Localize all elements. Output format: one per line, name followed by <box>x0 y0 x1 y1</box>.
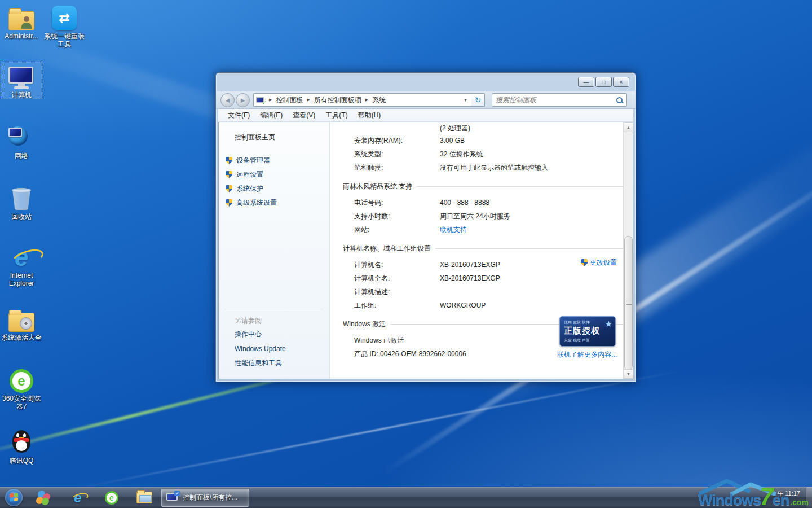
menu-tools[interactable]: 工具(T) <box>320 110 352 121</box>
menu-bar: 文件(F) 编辑(E) 查看(V) 工具(T) 帮助(H) <box>218 109 633 122</box>
minimize-button[interactable]: — <box>578 77 594 87</box>
system-window-icon <box>166 493 179 503</box>
website-label: 网站: <box>354 225 440 235</box>
see-also-group: 另请参阅 操作中心 Windows Update 性能信息和工具 <box>224 309 324 371</box>
section-divider <box>435 248 625 249</box>
close-button[interactable]: × <box>613 77 629 87</box>
sidebar-item-performance-tools[interactable]: 性能信息和工具 <box>226 356 324 371</box>
address-dropdown-icon[interactable]: ▼ <box>462 98 469 102</box>
refresh-button[interactable]: ↻ <box>471 93 485 107</box>
system-type-label: 系统类型: <box>354 150 440 159</box>
system-type-value: 32 位操作系统 <box>440 150 625 159</box>
breadcrumb-system[interactable]: 系统 <box>372 95 386 105</box>
desktop-icon-360-browser[interactable]: e 360安全浏览器7 <box>1 366 42 410</box>
learn-more-link[interactable]: 联机了解更多内容... <box>557 350 617 360</box>
menu-view[interactable]: 查看(V) <box>288 110 320 121</box>
windows-flag-icon <box>10 493 18 501</box>
hours-label: 支持小时数: <box>354 212 440 221</box>
workgroup-value: WORKGROUP <box>440 301 625 309</box>
workgroup-label: 工作组: <box>354 301 440 310</box>
sidebar-item-control-panel-home[interactable]: 控制面板主页 <box>219 132 329 143</box>
hours-value: 周日至周六 24小时服务 <box>440 212 625 221</box>
task-label: 控制面板\所有控... <box>183 493 237 502</box>
desktop-icon-activation-folder[interactable]: 系统激活大全 <box>1 305 42 341</box>
computer-name-section: 计算机名称、域和工作组设置 计算机名: XB-20160713EXGP 更改设置… <box>354 243 625 312</box>
sidebar-item-advanced-settings[interactable]: 高级系统设置 <box>219 196 329 210</box>
back-button[interactable]: ◀ <box>220 93 235 107</box>
breadcrumb-control-panel[interactable]: 控制面板 <box>276 95 303 105</box>
online-support-link[interactable]: 联机支持 <box>440 225 625 235</box>
desktop-icon-qq[interactable]: 腾讯QQ <box>1 428 42 465</box>
search-input[interactable] <box>496 96 616 104</box>
sidebar-item-system-protection[interactable]: 系统保护 <box>219 182 329 196</box>
wallpaper-light-streak <box>73 370 682 490</box>
phone-value: 400 - 888 - 8888 <box>440 199 625 207</box>
system-info-pane: (2 处理器) 安装内存(RAM): 3.00 GB 系统类型: 32 位操作系… <box>330 122 633 379</box>
sidebar-item-label: 远程设置 <box>236 170 263 179</box>
show-desktop-button[interactable] <box>806 487 812 508</box>
desktop: Administr... ⇄ 系统一键重装工具 计算机 网络 回收站 e Int… <box>0 0 812 508</box>
support-section: 雨林木风精品系统 支持 电话号码: 400 - 888 - 8888 支持小时数… <box>354 181 625 237</box>
sidebar-item-windows-update[interactable]: Windows Update <box>226 342 324 356</box>
genuine-star-icon: ★ <box>605 319 612 329</box>
menu-file[interactable]: 文件(F) <box>223 110 255 121</box>
badge-bottom-text: 安全 稳定 声誉 <box>564 338 611 343</box>
sidebar-item-action-center[interactable]: 操作中心 <box>226 327 324 342</box>
computer-section-title: 计算机名称、域和工作组设置 <box>343 244 431 253</box>
sidebar-item-device-manager[interactable]: 设备管理器 <box>219 154 329 168</box>
menu-edit[interactable]: 编辑(E) <box>255 110 288 121</box>
system-window: — □ × ◀ ▶ ▶ 控制面板 ▶ 所有控制面板项 ▶ 系统 ▼ ↻ <box>215 72 636 382</box>
badge-top-text: 使用 微软 软件 <box>564 319 611 325</box>
navigation-bar: ◀ ▶ ▶ 控制面板 ▶ 所有控制面板项 ▶ 系统 ▼ ↻ <box>216 91 636 109</box>
icon-label: Administr... <box>1 32 42 40</box>
desktop-icon-reinstall-tool[interactable]: ⇄ 系统一键重装工具 <box>44 3 85 48</box>
uac-shield-icon <box>226 171 232 178</box>
taskbar-active-task[interactable]: 控制面板\所有控... <box>161 489 249 507</box>
computer-icon <box>8 67 34 89</box>
qq-penguin-icon <box>11 430 32 455</box>
crumb-arrow-icon[interactable]: ▶ <box>267 98 273 102</box>
activation-status: Windows 已激活 <box>354 336 404 345</box>
forward-button[interactable]: ▶ <box>236 93 250 107</box>
pen-touch-value: 没有可用于此显示器的笔或触控输入 <box>440 163 625 173</box>
sidebar-item-remote-settings[interactable]: 远程设置 <box>219 168 329 182</box>
phone-label: 电话号码: <box>354 198 440 208</box>
desktop-icon-internet-explorer[interactable]: e Internet Explorer <box>1 243 42 287</box>
swap-arrows-icon: ⇄ <box>52 6 77 30</box>
icon-label: Internet Explorer <box>1 271 42 287</box>
ram-label: 安装内存(RAM): <box>354 136 440 146</box>
taskbar-explorer-button[interactable] <box>132 488 157 507</box>
address-bar[interactable]: ▶ 控制面板 ▶ 所有控制面板项 ▶ 系统 ▼ <box>253 93 472 107</box>
search-icon[interactable] <box>616 97 623 104</box>
search-box[interactable] <box>492 93 627 107</box>
full-name-value: XB-20160713EXGP <box>440 274 625 282</box>
desktop-icon-recycle-bin[interactable]: 回收站 <box>1 184 42 221</box>
genuine-software-badge[interactable]: ★ 使用 微软 软件 正版授权 安全 稳定 声誉 <box>559 316 616 347</box>
taskbar-ie-button[interactable]: e <box>65 488 90 507</box>
desktop-icon-network[interactable]: 网络 <box>1 123 42 160</box>
processor-value-tail: (2 处理器) <box>354 124 625 134</box>
tray-clock[interactable]: 上午 11:17 <box>771 487 806 508</box>
crumb-arrow-icon[interactable]: ▶ <box>364 98 370 102</box>
maximize-button[interactable]: □ <box>595 77 612 87</box>
sidebar-item-label: 设备管理器 <box>236 156 270 165</box>
start-button[interactable] <box>5 489 23 506</box>
scroll-up-icon[interactable]: ▲ <box>624 122 633 132</box>
360-browser-icon: e <box>10 369 33 393</box>
desktop-icon-administrator[interactable]: Administr... <box>1 3 42 40</box>
scroll-down-icon[interactable]: ▼ <box>624 369 633 379</box>
menu-help[interactable]: 帮助(H) <box>353 110 386 121</box>
crumb-arrow-icon[interactable]: ▶ <box>305 98 311 102</box>
breadcrumb-all-items[interactable]: 所有控制面板项 <box>314 95 361 105</box>
title-bar[interactable]: — □ × <box>216 73 636 91</box>
taskbar-360-button[interactable]: e <box>99 488 124 507</box>
icon-label: 回收站 <box>1 213 42 221</box>
taskbar-suite-button[interactable] <box>30 488 55 507</box>
vertical-scrollbar[interactable]: ▲ ▼ <box>623 122 633 379</box>
scrollbar-thumb[interactable] <box>624 236 633 370</box>
change-settings-link[interactable]: 更改设置 <box>581 258 617 268</box>
ram-value: 3.00 GB <box>440 137 625 144</box>
windows-activation-section: Windows 激活 Windows 已激活 产品 ID: 00426-OEM-… <box>354 318 625 361</box>
desktop-icon-computer[interactable]: 计算机 <box>1 62 42 99</box>
ie-icon: e <box>74 490 81 506</box>
